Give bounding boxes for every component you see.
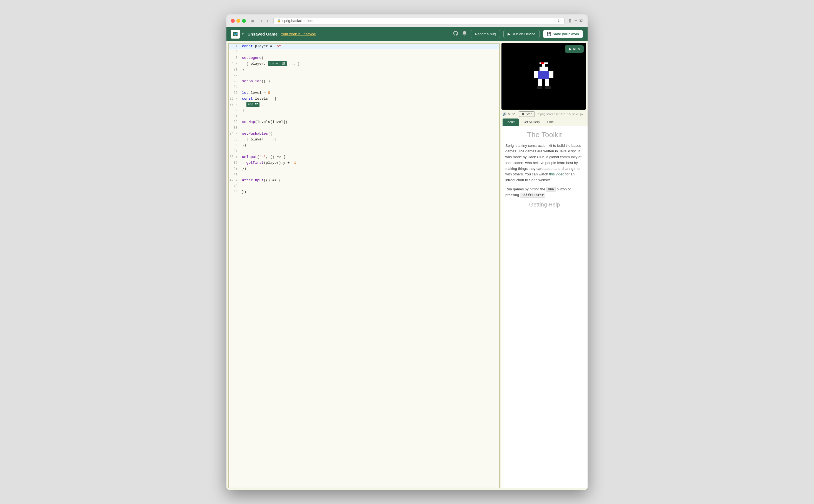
mute-icon: 🔊 bbox=[502, 112, 507, 116]
tab-toolkit[interactable]: Toolkit bbox=[502, 119, 519, 126]
code-line-31: 31 bbox=[229, 114, 499, 119]
share-button[interactable]: ⬆ bbox=[568, 18, 572, 24]
tab-ai-help[interactable]: Get AI Help bbox=[519, 119, 543, 126]
code-line-2: 2 bbox=[229, 49, 499, 55]
svg-rect-4 bbox=[545, 64, 548, 67]
svg-text:🐦: 🐦 bbox=[233, 32, 238, 37]
svg-rect-7 bbox=[534, 71, 538, 78]
code-line-36: 36 }) bbox=[229, 143, 499, 148]
code-line-39: 39 getFirst(player).y += 1 bbox=[229, 160, 499, 166]
svg-rect-5 bbox=[541, 62, 544, 64]
code-line-4: 4 › [ player, bitmap 🖼 ... ] bbox=[229, 61, 499, 67]
stop-button[interactable]: ⏹ Stop bbox=[519, 111, 535, 117]
code-line-22: 22 bbox=[229, 73, 499, 79]
screen-info: Sprig screen is 1/8" / 160×128 px bbox=[538, 112, 583, 116]
code-line-24: 24 bbox=[229, 84, 499, 90]
game-controls: 🔊 Mute ⏹ Stop Sprig screen is 1/8" / 160… bbox=[501, 110, 587, 119]
code-line-27: 27 › map 🗺 ... bbox=[229, 102, 499, 108]
code-line-33: 33 bbox=[229, 125, 499, 131]
logo-area: 🐦 ▼ bbox=[231, 30, 244, 39]
right-pane: ▶ Run bbox=[501, 41, 587, 490]
url-text: sprig.hackclub.com bbox=[283, 19, 313, 23]
address-bar[interactable]: 🔒 sprig.hackclub.com ↻ bbox=[273, 17, 565, 24]
forward-button[interactable]: › bbox=[265, 18, 270, 24]
code-line-25: 25 let level = 0 bbox=[229, 90, 499, 96]
minimize-button[interactable] bbox=[237, 19, 240, 23]
notification-icon[interactable] bbox=[462, 31, 467, 37]
run-icon: ▶ bbox=[569, 47, 571, 51]
maximize-button[interactable] bbox=[242, 19, 246, 23]
code-editor[interactable]: 1 const player = "p" 2 3 setLegend( 4 › … bbox=[229, 44, 499, 488]
toolkit-content: The Toolkit Sprig is a tiny construction… bbox=[501, 126, 587, 488]
game-title: Unsaved Game bbox=[248, 32, 278, 36]
code-line-42: 42 › afterInput(() => { bbox=[229, 178, 499, 183]
code-line-35: 35 [ player ]: [] bbox=[229, 137, 499, 143]
game-canvas: ▶ Run bbox=[501, 43, 586, 110]
save-icon: 💾 bbox=[547, 32, 551, 36]
editor-pane: 1 const player = "p" 2 3 setLegend( 4 › … bbox=[228, 43, 500, 488]
getting-help-title: Getting Help bbox=[505, 201, 584, 208]
code-line-23: 23 setSolids([]) bbox=[229, 79, 499, 84]
browser-nav: ‹ › bbox=[259, 18, 270, 24]
code-line-37: 37 bbox=[229, 148, 499, 154]
svg-rect-12 bbox=[545, 86, 551, 89]
code-line-40: 40 }) bbox=[229, 166, 499, 172]
save-work-button[interactable]: 💾 Save your work bbox=[543, 30, 583, 38]
logo-icon: 🐦 bbox=[231, 30, 240, 39]
back-button[interactable]: ‹ bbox=[259, 18, 264, 24]
tabs-button[interactable]: ⧉ bbox=[579, 18, 583, 24]
code-line-26: 26 › const levels = [ bbox=[229, 96, 499, 102]
code-line-32: 32 setMap(levels[level]) bbox=[229, 119, 499, 125]
code-line-3: 3 setLegend( bbox=[229, 55, 499, 61]
video-link[interactable]: this video bbox=[549, 172, 564, 176]
svg-rect-6 bbox=[538, 71, 549, 79]
sidebar-toggle[interactable]: ⊞ bbox=[249, 18, 256, 24]
code-line-43: 43 bbox=[229, 183, 499, 189]
code-line-21: 21 ) bbox=[229, 67, 499, 73]
code-line-34: 34 › setPushables({ bbox=[229, 131, 499, 137]
toolkit-tabs: Toolkit Get AI Help Hide bbox=[501, 119, 587, 126]
header-icons: Report a bug ▶ Run on Device 💾 Save your… bbox=[453, 30, 583, 38]
code-line-44: 44 }) bbox=[229, 189, 499, 195]
report-bug-button[interactable]: Report a bug bbox=[471, 30, 500, 38]
code-line-1: 1 const player = "p" bbox=[229, 44, 499, 49]
code-line-41: 41 bbox=[229, 172, 499, 178]
svg-rect-11 bbox=[537, 86, 542, 89]
play-icon: ▶ bbox=[507, 32, 510, 36]
run-on-device-button[interactable]: ▶ Run on Device bbox=[503, 30, 539, 38]
svg-rect-8 bbox=[549, 71, 553, 78]
code-line-38: 38 › onInput("s", () => { bbox=[229, 154, 499, 160]
stop-icon: ⏹ bbox=[521, 112, 524, 116]
run-button[interactable]: ▶ Run bbox=[565, 45, 584, 53]
toolkit-description-2: Run games by hitting the Run button or p… bbox=[505, 187, 584, 198]
github-icon[interactable] bbox=[453, 31, 458, 37]
unsaved-warning[interactable]: Your work is unsaved! bbox=[281, 32, 316, 36]
chevron-down-icon: ▼ bbox=[242, 32, 244, 36]
svg-rect-3 bbox=[539, 64, 542, 67]
browser-actions: ⬆ + ⧉ bbox=[568, 18, 583, 24]
code-line-30: 30 ] bbox=[229, 108, 499, 114]
traffic-lights bbox=[231, 19, 246, 23]
player-sprite bbox=[532, 62, 555, 90]
toolkit-description-1: Sprig is a tiny construction kit to buil… bbox=[505, 143, 584, 183]
add-tab-button[interactable]: + bbox=[574, 18, 577, 24]
lock-icon: 🔒 bbox=[277, 19, 281, 22]
run-code-inline: Run bbox=[546, 187, 556, 192]
app-body: 1 const player = "p" 2 3 setLegend( 4 › … bbox=[227, 41, 587, 490]
shortcut-code-inline: Shift+Enter bbox=[520, 193, 545, 198]
reload-button[interactable]: ↻ bbox=[557, 19, 561, 23]
app-header: 🐦 ▼ Unsaved Game Your work is unsaved! R… bbox=[227, 27, 587, 41]
tab-hide[interactable]: Hide bbox=[543, 119, 557, 126]
toolkit-title: The Toolkit bbox=[505, 130, 584, 139]
close-button[interactable] bbox=[231, 19, 235, 23]
mute-button[interactable]: 🔊 Mute bbox=[502, 112, 515, 116]
